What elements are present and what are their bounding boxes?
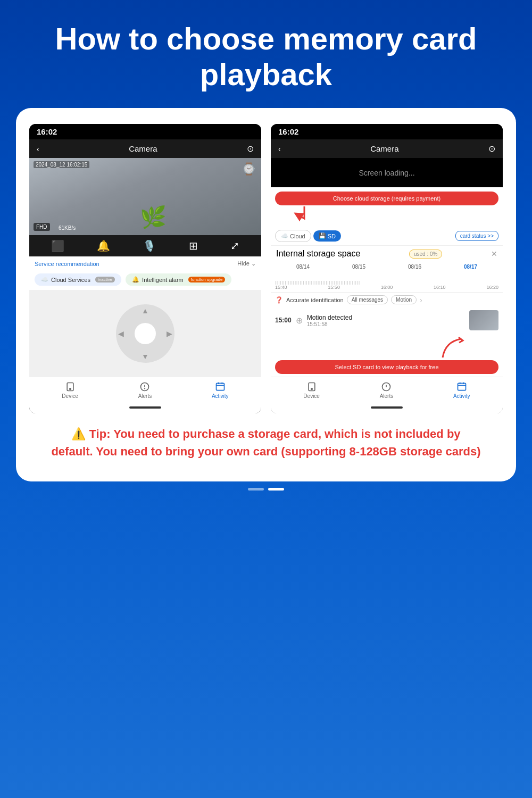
svg-rect-8 xyxy=(458,384,466,390)
nav-activity[interactable]: Activity xyxy=(212,381,229,399)
fullscreen-icon[interactable]: ⤢ xyxy=(230,239,239,252)
storage-title: Internal storage space xyxy=(276,249,360,259)
header: How to choose memory card playback xyxy=(0,0,532,108)
time-15-40: 15:40 xyxy=(275,285,287,290)
mic-mute-icon[interactable]: 🔔 xyxy=(97,239,110,252)
event-row: 15:00 ⊕ Motion detected 15:51:58 xyxy=(271,307,503,334)
main-card: 16:02 ‹ Camera ⊙ 2024_08_12 16:02:15 🌿 F… xyxy=(16,108,516,481)
date-3: 08/17 xyxy=(464,264,477,270)
page-title: How to choose memory card playback xyxy=(32,21,500,92)
storage-info-bar: Internal storage space used : 0% ✕ xyxy=(271,246,503,262)
screenshots-row: 16:02 ‹ Camera ⊙ 2024_08_12 16:02:15 🌿 F… xyxy=(29,124,503,413)
right-settings-icon[interactable]: ⊙ xyxy=(488,144,495,154)
arrow-left-icon[interactable]: ◀ xyxy=(118,329,124,338)
hide-label[interactable]: Hide ⌄ xyxy=(237,260,256,267)
timeline-dates: 08/14 08/15 08/16 08/17 xyxy=(271,262,503,272)
event-details: Motion detected 15:51:58 xyxy=(307,314,465,327)
video-icon[interactable]: ⬛ xyxy=(51,239,64,252)
service-recommendation-bar: Service recommendation Hide ⌄ xyxy=(29,256,261,271)
left-time: 16:02 xyxy=(37,127,57,136)
right-time: 16:02 xyxy=(278,127,298,136)
tip-content: Tip: You need to purchase a storage card… xyxy=(51,427,480,458)
help-icon[interactable]: ❓ xyxy=(275,296,283,304)
camera-feed: 2024_08_12 16:02:15 🌿 FHD 61KB/s ⌚ xyxy=(29,158,261,235)
back-icon[interactable]: ‹ xyxy=(37,145,39,153)
right-home-bar xyxy=(371,406,403,409)
date-0: 08/14 xyxy=(296,264,310,270)
right-content-area: Choose cloud storage (requires payment) xyxy=(271,187,503,413)
all-messages-badge[interactable]: All messages xyxy=(347,295,388,304)
close-icon[interactable]: ✕ xyxy=(491,250,497,258)
page-dot-1[interactable] xyxy=(248,488,264,491)
sd-callout-area: Select SD card to view playback for free xyxy=(275,336,498,374)
crop-icon[interactable]: ⊞ xyxy=(189,239,198,252)
svg-point-1 xyxy=(69,388,71,390)
right-back-icon[interactable]: ‹ xyxy=(278,145,281,153)
tip-text: ⚠️ Tip: You need to purchase a storage c… xyxy=(51,425,481,460)
right-nav-device[interactable]: Device xyxy=(303,381,320,399)
camera-label: Camera xyxy=(129,144,157,153)
sd-tab[interactable]: 💾 SD xyxy=(313,230,341,242)
device-label: Device xyxy=(62,393,78,399)
settings-icon[interactable]: ⊙ xyxy=(247,144,254,154)
speed-badge: 61KB/s xyxy=(59,225,76,231)
nav-alerts[interactable]: Alerts xyxy=(138,381,152,399)
inactive-badge: inactive xyxy=(95,277,115,282)
upgrade-badge: function upgrade xyxy=(188,277,226,282)
right-alerts-icon xyxy=(381,381,392,392)
intelligent-alarm-button[interactable]: 🔔 Intelligent alarm function upgrade xyxy=(126,273,231,286)
screen-loading-area: Screen loading... xyxy=(271,158,503,187)
right-camera-label: Camera xyxy=(370,144,398,153)
cloud-services-button[interactable]: ☁️ Cloud Services inactive xyxy=(35,273,121,286)
sd-arrow-svg xyxy=(440,336,467,360)
fhd-badge: FHD xyxy=(34,223,50,231)
feed-timestamp: 2024_08_12 16:02:15 xyxy=(34,161,89,168)
nav-center-button[interactable] xyxy=(135,323,156,344)
nav-device[interactable]: Device xyxy=(62,381,78,399)
arrow-down-icon[interactable]: ▼ xyxy=(142,352,149,361)
timeline-bar[interactable]: ||||||||||||||||||||||||||||||||||||||||… xyxy=(271,272,503,293)
sd-tab-icon: 💾 xyxy=(319,232,326,239)
cloud-tab-icon: ☁️ xyxy=(281,232,288,239)
cloud-tab-label: Cloud xyxy=(290,233,305,239)
time-16-20: 16:20 xyxy=(486,285,498,290)
microphone-icon[interactable]: 🎙️ xyxy=(143,239,156,252)
page-dot-2[interactable] xyxy=(268,488,284,491)
page-indicator xyxy=(0,481,532,493)
timer-icon[interactable]: ⌚ xyxy=(242,162,256,176)
activity-icon xyxy=(215,381,226,392)
cloud-tab[interactable]: ☁️ Cloud xyxy=(275,230,311,242)
right-status-bar: 16:02 xyxy=(271,124,503,139)
event-thumbnail[interactable] xyxy=(469,310,498,330)
nav-circle[interactable]: ▲ ▼ ◀ ▶ xyxy=(116,304,174,363)
right-home-indicator xyxy=(271,402,503,413)
alarm-icon: 🔔 xyxy=(132,276,139,283)
right-nav-activity[interactable]: Activity xyxy=(453,381,470,399)
cloud-callout-bubble: Choose cloud storage (requires payment) xyxy=(275,192,498,205)
event-title: Motion detected xyxy=(307,314,465,321)
time-16-00: 16:00 xyxy=(381,285,393,290)
chevron-right-icon: › xyxy=(420,296,422,304)
alerts-icon xyxy=(139,381,150,392)
arrow-right-icon[interactable]: ▶ xyxy=(167,329,172,338)
svg-rect-4 xyxy=(216,384,224,390)
right-bottom-nav: Device Alerts Activity xyxy=(271,377,503,402)
motion-badge[interactable]: Motion xyxy=(391,295,417,304)
cloud-arrow-wrapper xyxy=(275,205,498,227)
card-status-button[interactable]: card status >> xyxy=(455,231,498,241)
identification-row: ❓ Accurate identification All messages M… xyxy=(271,293,503,307)
date-2: 08/16 xyxy=(408,264,421,270)
alerts-label: Alerts xyxy=(138,393,152,399)
camera-controls: ⬛ 🔔 🎙️ ⊞ ⤢ xyxy=(29,235,261,256)
plant-decoration: 🌿 xyxy=(140,205,167,230)
sd-tab-label: SD xyxy=(328,233,336,239)
cloud-icon: ☁️ xyxy=(41,276,48,283)
left-nav-bar: ‹ Camera ⊙ xyxy=(29,139,261,158)
right-activity-icon xyxy=(456,381,467,392)
arrow-up-icon[interactable]: ▲ xyxy=(142,306,149,315)
date-1: 08/15 xyxy=(352,264,365,270)
right-nav-alerts[interactable]: Alerts xyxy=(380,381,394,399)
left-bottom-nav: Device Alerts Activity xyxy=(29,377,261,402)
left-phone-wrapper: 16:02 ‹ Camera ⊙ 2024_08_12 16:02:15 🌿 F… xyxy=(29,124,261,413)
right-activity-label: Activity xyxy=(453,393,470,399)
